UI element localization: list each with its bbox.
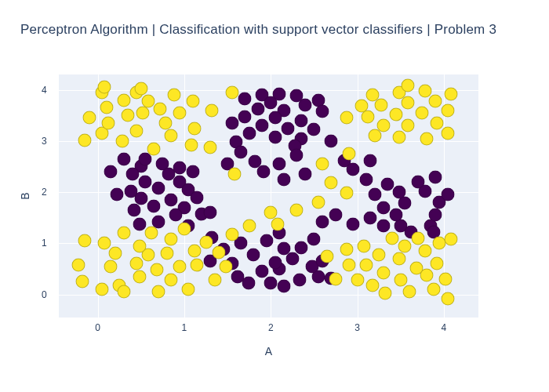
data-point[interactable]: [398, 239, 412, 252]
data-point[interactable]: [392, 186, 405, 199]
data-point[interactable]: [420, 132, 433, 145]
data-point[interactable]: [247, 248, 260, 261]
data-point[interactable]: [364, 154, 377, 167]
data-point[interactable]: [78, 133, 92, 147]
data-point[interactable]: [373, 248, 386, 261]
data-point[interactable]: [359, 258, 373, 271]
data-point[interactable]: [381, 178, 394, 191]
data-point[interactable]: [359, 172, 373, 186]
data-point[interactable]: [342, 258, 355, 271]
data-point[interactable]: [427, 283, 440, 296]
data-point[interactable]: [268, 130, 282, 143]
data-point[interactable]: [151, 181, 165, 194]
data-point[interactable]: [133, 239, 146, 252]
data-point[interactable]: [150, 263, 163, 277]
data-point[interactable]: [398, 197, 412, 210]
data-point[interactable]: [271, 217, 285, 230]
data-point[interactable]: [186, 165, 199, 179]
data-point[interactable]: [378, 287, 391, 300]
data-point[interactable]: [104, 165, 118, 179]
data-point[interactable]: [208, 274, 221, 287]
data-point[interactable]: [136, 106, 150, 119]
data-point[interactable]: [115, 134, 129, 147]
data-point[interactable]: [127, 203, 140, 216]
data-point[interactable]: [104, 260, 118, 273]
data-point[interactable]: [242, 219, 256, 232]
data-point[interactable]: [428, 209, 442, 222]
data-point[interactable]: [316, 104, 329, 118]
data-point[interactable]: [293, 273, 306, 286]
data-point[interactable]: [227, 168, 241, 181]
data-point[interactable]: [364, 211, 377, 224]
data-point[interactable]: [340, 243, 354, 256]
data-point[interactable]: [442, 292, 455, 305]
data-point[interactable]: [394, 274, 407, 287]
data-point[interactable]: [340, 187, 354, 200]
data-point[interactable]: [122, 109, 135, 122]
data-point[interactable]: [411, 176, 424, 189]
data-point[interactable]: [238, 110, 252, 123]
data-point[interactable]: [117, 227, 130, 240]
data-point[interactable]: [101, 117, 115, 130]
data-point[interactable]: [165, 129, 178, 143]
data-point[interactable]: [273, 158, 286, 171]
data-point[interactable]: [347, 162, 360, 176]
data-point[interactable]: [219, 260, 232, 273]
data-point[interactable]: [366, 278, 380, 292]
data-point[interactable]: [342, 147, 355, 161]
data-point[interactable]: [376, 219, 390, 232]
data-point[interactable]: [96, 283, 109, 296]
data-point[interactable]: [376, 119, 390, 132]
data-point[interactable]: [368, 188, 381, 201]
data-point[interactable]: [411, 231, 424, 245]
data-point[interactable]: [444, 87, 457, 100]
data-point[interactable]: [268, 111, 282, 125]
plot-area[interactable]: A B 0123401234: [59, 74, 478, 318]
data-point[interactable]: [130, 124, 144, 137]
data-point[interactable]: [329, 209, 342, 222]
data-point[interactable]: [366, 89, 380, 102]
data-point[interactable]: [117, 285, 130, 299]
data-point[interactable]: [188, 122, 202, 135]
data-point[interactable]: [78, 234, 92, 248]
data-point[interactable]: [191, 258, 204, 271]
data-point[interactable]: [418, 84, 431, 97]
data-point[interactable]: [117, 152, 130, 165]
data-point[interactable]: [125, 168, 139, 181]
data-point[interactable]: [151, 285, 165, 299]
data-point[interactable]: [205, 103, 219, 117]
data-point[interactable]: [316, 215, 329, 228]
data-point[interactable]: [442, 103, 455, 117]
data-point[interactable]: [358, 239, 371, 252]
data-point[interactable]: [325, 134, 338, 147]
data-point[interactable]: [225, 227, 238, 241]
data-point[interactable]: [277, 172, 290, 186]
data-point[interactable]: [355, 100, 369, 113]
data-point[interactable]: [139, 176, 152, 189]
data-point[interactable]: [401, 96, 414, 109]
data-point[interactable]: [72, 258, 85, 271]
data-point[interactable]: [351, 274, 364, 287]
data-point[interactable]: [177, 223, 191, 236]
data-point[interactable]: [320, 249, 333, 263]
data-point[interactable]: [165, 193, 178, 206]
data-point[interactable]: [173, 106, 187, 119]
data-point[interactable]: [347, 217, 360, 230]
data-point[interactable]: [75, 275, 89, 289]
data-point[interactable]: [307, 123, 321, 136]
data-point[interactable]: [316, 158, 329, 171]
data-point[interactable]: [402, 285, 416, 299]
data-point[interactable]: [141, 94, 155, 107]
data-point[interactable]: [98, 237, 111, 250]
data-point[interactable]: [147, 200, 161, 213]
data-point[interactable]: [431, 117, 444, 130]
data-point[interactable]: [444, 233, 457, 246]
data-point[interactable]: [416, 106, 429, 119]
data-point[interactable]: [147, 142, 161, 155]
data-point[interactable]: [264, 276, 278, 289]
data-point[interactable]: [134, 191, 147, 205]
data-point[interactable]: [428, 94, 442, 107]
data-point[interactable]: [390, 209, 403, 222]
data-point[interactable]: [204, 206, 217, 220]
data-point[interactable]: [268, 256, 282, 269]
